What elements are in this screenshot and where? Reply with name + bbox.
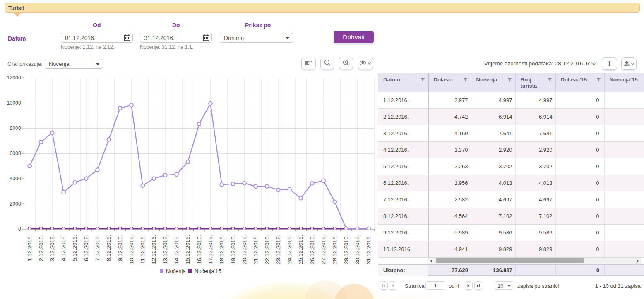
svg-text:25.12.2016.: 25.12.2016. [298, 235, 304, 264]
svg-text:26.12.2016.: 26.12.2016. [309, 235, 315, 264]
svg-text:6000: 6000 [10, 151, 21, 156]
svg-text:12000: 12000 [7, 75, 21, 81]
svg-text:8.12.2016.: 8.12.2016. [106, 235, 112, 261]
svg-text:3.12.2016.: 3.12.2016. [49, 235, 55, 261]
svg-text:19.12.2016.: 19.12.2016. [230, 235, 236, 264]
svg-text:22.12.2016.: 22.12.2016. [264, 235, 270, 264]
svg-text:Noćenja: Noćenja [166, 268, 186, 274]
svg-text:23.12.2016.: 23.12.2016. [275, 235, 281, 264]
svg-text:10.12.2016.: 10.12.2016. [128, 235, 135, 264]
svg-text:10000: 10000 [7, 100, 21, 106]
svg-text:5.12.2016.: 5.12.2016. [72, 235, 78, 261]
svg-text:28.12.2016.: 28.12.2016. [332, 235, 338, 264]
svg-text:12.12.2016.: 12.12.2016. [151, 235, 157, 264]
svg-text:2.12.2016.: 2.12.2016. [38, 235, 44, 261]
svg-text:6.12.2016.: 6.12.2016. [83, 235, 89, 261]
svg-text:31.12.2016.: 31.12.2016. [365, 235, 372, 264]
svg-text:2000: 2000 [10, 201, 21, 207]
svg-text:13.12.2016.: 13.12.2016. [162, 235, 168, 264]
svg-text:16.12.2016.: 16.12.2016. [196, 235, 202, 264]
svg-text:11.12.2016.: 11.12.2016. [139, 235, 146, 264]
svg-text:17.12.2016.: 17.12.2016. [207, 235, 214, 264]
svg-text:30.12.2016.: 30.12.2016. [354, 235, 360, 264]
svg-text:4000: 4000 [10, 176, 21, 182]
svg-text:1.12.2016.: 1.12.2016. [26, 235, 33, 261]
svg-text:0: 0 [18, 226, 21, 232]
svg-text:29.12.2016.: 29.12.2016. [343, 235, 349, 264]
svg-text:8000: 8000 [10, 125, 21, 131]
svg-text:4.12.2016.: 4.12.2016. [60, 235, 67, 261]
svg-text:18.12.2016.: 18.12.2016. [219, 235, 225, 264]
svg-text:20.12.2016.: 20.12.2016. [241, 235, 248, 264]
svg-text:Noćenja'15: Noćenja'15 [195, 268, 221, 274]
svg-text:14.12.2016.: 14.12.2016. [173, 235, 180, 264]
svg-text:15.12.2016.: 15.12.2016. [185, 235, 191, 264]
svg-text:27.12.2016.: 27.12.2016. [320, 235, 327, 264]
svg-text:7.12.2016.: 7.12.2016. [94, 235, 101, 261]
svg-text:9.12.2016.: 9.12.2016. [117, 235, 123, 261]
svg-text:24.12.2016.: 24.12.2016. [286, 235, 293, 264]
svg-text:21.12.2016.: 21.12.2016. [252, 235, 259, 264]
